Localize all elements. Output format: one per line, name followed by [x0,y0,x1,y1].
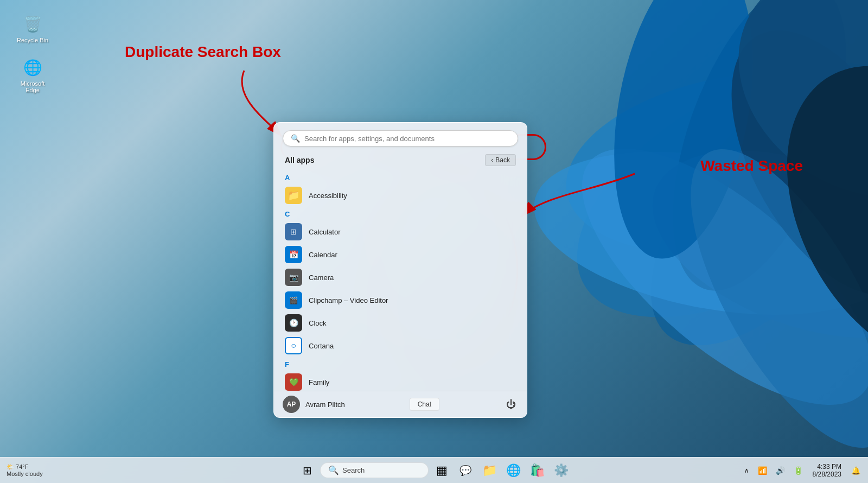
back-label: Back [495,156,510,164]
chat-button[interactable]: Chat [410,398,439,411]
taskbar-search-bar[interactable]: 🔍 Search [320,462,429,478]
accessibility-label: Accessibility [309,192,347,200]
svg-point-2 [605,25,868,387]
footer-user[interactable]: AP Avram Piltch [283,396,345,413]
taskbar-search-icon: 🔍 [328,465,339,475]
windows-icon: ⊞ [303,464,312,477]
edge-taskbar-icon: 🌐 [506,463,521,478]
user-avatar: AP [283,396,300,413]
teams-icon: 💬 [459,465,471,476]
section-a: A [278,170,522,184]
app-calendar[interactable]: 📅 Calendar [278,243,522,266]
app-clipchamp[interactable]: 🎬 Clipchamp – Video Editor [278,289,522,312]
recycle-bin-icon[interactable]: 🗑️ Recycle Bin [11,11,54,46]
svg-point-7 [593,0,774,270]
app-camera[interactable]: 📷 Camera [278,266,522,289]
app-calculator[interactable]: ⊞ Calculator [278,220,522,243]
start-search-bar[interactable]: 🔍 [283,130,518,147]
svg-point-11 [736,22,868,412]
camera-label: Camera [309,274,334,282]
recycle-bin-image: 🗑️ [22,13,43,35]
tray-battery[interactable]: 🔋 [790,464,806,477]
settings-icon: ⚙️ [554,463,569,478]
back-chevron: ‹ [491,156,493,164]
recycle-bin-label: Recycle Bin [17,37,48,43]
clock-label: Clock [309,319,327,327]
start-menu-footer: AP Avram Piltch Chat ⏻ [274,391,527,417]
cortana-icon: ○ [285,337,302,354]
back-button[interactable]: ‹ Back [485,154,516,166]
app-accessibility[interactable]: 📁 Accessibility [278,184,522,207]
all-apps-header: All apps ‹ Back [274,152,527,170]
annotation-duplicate-search: Duplicate Search Box [125,43,281,61]
clipchamp-label: Clipchamp – Video Editor [309,296,388,304]
start-search-input[interactable] [304,135,510,143]
camera-icon: 📷 [285,269,302,286]
notification-button[interactable]: 🔔 [848,464,864,477]
clock-time: 4:33 PM [813,463,841,471]
taskbar-edge[interactable]: 🌐 [502,460,524,481]
svg-point-4 [637,0,868,313]
section-c: C [278,207,522,220]
clipchamp-icon: 🎬 [285,291,302,309]
edge-label: Microsoft Edge [13,80,52,93]
svg-point-3 [521,126,868,340]
taskbar-left: 🌤️ 74°F Mostly cloudy [0,463,43,477]
store-icon: 🛍️ [530,463,545,478]
calculator-label: Calculator [309,228,341,236]
tray-network[interactable]: 📶 [755,464,770,477]
clock-icon: 🕐 [285,314,302,332]
desktop: 🗑️ Recycle Bin 🌐 Microsoft Edge Duplicat… [0,0,868,483]
weather-condition: Mostly cloudy [7,471,43,477]
tray-volume[interactable]: 🔊 [773,464,788,477]
accessibility-icon: 📁 [285,187,302,204]
app-cortana[interactable]: ○ Cortana [278,334,522,357]
taskbar-teams[interactable]: 💬 [455,460,476,481]
taskbar-store[interactable]: 🛍️ [526,460,548,481]
taskbar-search-label: Search [342,466,365,474]
all-apps-title: All apps [285,156,314,164]
clock-date: 8/28/2023 [813,471,841,478]
svg-point-5 [627,114,868,374]
taskbar-center: ⊞ 🔍 Search ▦ 💬 📁 🌐 🛍️ ⚙️ [296,460,572,481]
user-name: Avram Piltch [305,401,345,409]
app-family[interactable]: 💚 Family [278,371,522,391]
taskbar-right: ∧ 📶 🔊 🔋 4:33 PM 8/28/2023 🔔 [741,462,868,479]
power-button[interactable]: ⏻ [504,397,518,412]
taskbar: 🌤️ 74°F Mostly cloudy ⊞ 🔍 Search ▦ 💬 📁 [0,457,868,483]
start-search-icon: 🔍 [291,134,300,143]
calendar-icon: 📅 [285,246,302,263]
calculator-icon: ⊞ [285,223,302,240]
edge-icon[interactable]: 🌐 Microsoft Edge [11,54,54,96]
weather-widget[interactable]: 🌤️ 74°F Mostly cloudy [7,463,43,477]
weather-temp: 🌤️ 74°F [7,463,43,471]
cortana-label: Cortana [309,342,334,350]
svg-point-0 [535,10,868,370]
start-button[interactable]: ⊞ [296,460,318,481]
apps-list[interactable]: A 📁 Accessibility C ⊞ Calculator 📅 Calen… [274,170,527,391]
file-explorer-taskbar-icon: 📁 [482,463,497,478]
annotation-wasted-space: Wasted Space [700,157,803,175]
app-clock[interactable]: 🕐 Clock [278,312,522,334]
edge-image: 🌐 [22,56,43,78]
family-label: Family [309,378,329,386]
widgets-icon: ▦ [436,463,448,478]
taskbar-file-explorer[interactable]: 📁 [478,460,500,481]
calendar-label: Calendar [309,251,337,259]
taskbar-settings[interactable]: ⚙️ [550,460,572,481]
section-f: F [278,357,522,371]
taskbar-widgets[interactable]: ▦ [431,460,452,481]
svg-point-10 [696,0,868,243]
system-clock[interactable]: 4:33 PM 8/28/2023 [808,462,846,479]
start-menu: 🔍 All apps ‹ Back A 📁 Accessibility C [273,122,527,418]
family-icon: 💚 [285,373,302,391]
tray-chevron[interactable]: ∧ [741,464,752,477]
